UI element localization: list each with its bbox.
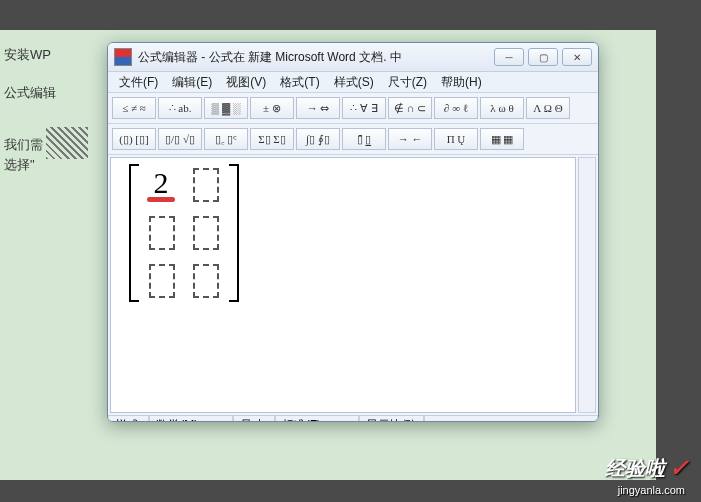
template-matrices[interactable]: ▦ ▦ xyxy=(480,128,524,150)
statusbar: 样式: 数学(M) 尺寸: 标准(F) 显示比例: 200% xyxy=(108,415,598,422)
template-bars[interactable]: ▯̄ ▯̲ xyxy=(342,128,386,150)
equation-canvas[interactable]: 2 xyxy=(110,157,576,413)
watermark-logo: 经验啦 ✓ xyxy=(605,454,689,482)
menu-size[interactable]: 尺寸(Z) xyxy=(381,72,434,93)
palette-logical[interactable]: ∴ ∀ ∃ xyxy=(342,97,386,119)
menu-edit[interactable]: 编辑(E) xyxy=(165,72,219,93)
right-bracket-icon xyxy=(227,164,239,302)
minimize-button[interactable]: ─ xyxy=(494,48,524,66)
status-style-value[interactable]: 数学(M) xyxy=(149,416,233,422)
palette-set[interactable]: ∉ ∩ ⊂ xyxy=(388,97,432,119)
equation-editor-window: 公式编辑器 - 公式在 新建 Microsoft Word 文档. 中 ─ ▢ … xyxy=(107,42,599,422)
menu-help[interactable]: 帮助(H) xyxy=(434,72,489,93)
symbol-toolbar: ≤ ≠ ≈ ∴ ab. ▒ ▓ ░ ± ⊗ → ⇔ ∴ ∀ ∃ ∉ ∩ ⊂ ∂ … xyxy=(108,93,598,124)
app-icon xyxy=(114,48,132,66)
status-size-value[interactable]: 标准(F) xyxy=(275,416,359,422)
matrix-cell-2-1[interactable] xyxy=(193,264,219,298)
template-fences[interactable]: (▯) [▯] xyxy=(112,128,156,150)
palette-greek-upper[interactable]: Λ Ω Θ xyxy=(526,97,570,119)
template-integrals[interactable]: ∫▯ ∮▯ xyxy=(296,128,340,150)
matrix-cell-0-0[interactable]: 2 xyxy=(149,168,173,200)
template-subsup[interactable]: ▯꜀ ▯ᶜ xyxy=(204,128,248,150)
template-sums[interactable]: Σ▯ Σ▯ xyxy=(250,128,294,150)
matrix-cell-0-1[interactable] xyxy=(193,168,219,202)
maximize-button[interactable]: ▢ xyxy=(528,48,558,66)
menu-file[interactable]: 文件(F) xyxy=(112,72,165,93)
template-toolbar: (▯) [▯] ▯/▯ √▯ ▯꜀ ▯ᶜ Σ▯ Σ▯ ∫▯ ∮▯ ▯̄ ▯̲ →… xyxy=(108,124,598,155)
status-zoom-label: 显示比例: xyxy=(359,416,424,422)
status-size-label: 尺寸: xyxy=(233,416,274,422)
window-title: 公式编辑器 - 公式在 新建 Microsoft Word 文档. 中 xyxy=(138,49,494,66)
palette-arrows[interactable]: → ⇔ xyxy=(296,97,340,119)
template-arrows[interactable]: → ← xyxy=(388,128,432,150)
vertical-scrollbar[interactable] xyxy=(578,157,596,413)
titlebar[interactable]: 公式编辑器 - 公式在 新建 Microsoft Word 文档. 中 ─ ▢ … xyxy=(108,43,598,72)
watermark-url: jingyanla.com xyxy=(618,484,685,496)
matrix-cell-2-0[interactable] xyxy=(149,264,175,298)
close-button[interactable]: ✕ xyxy=(562,48,592,66)
red-underline-icon xyxy=(147,197,175,202)
palette-misc[interactable]: ∂ ∞ ℓ xyxy=(434,97,478,119)
palette-embellish[interactable]: ▒ ▓ ░ xyxy=(204,97,248,119)
selection-hatch xyxy=(46,127,88,159)
matrix-cell-1-0[interactable] xyxy=(149,216,175,250)
palette-operators[interactable]: ± ⊗ xyxy=(250,97,294,119)
checkmark-icon: ✓ xyxy=(669,454,689,482)
template-products[interactable]: Π Ų xyxy=(434,128,478,150)
matrix-cell-1-1[interactable] xyxy=(193,216,219,250)
palette-relations[interactable]: ≤ ≠ ≈ xyxy=(112,97,156,119)
menu-style[interactable]: 样式(S) xyxy=(327,72,381,93)
bg-text-1: 安装WP xyxy=(4,40,51,70)
bg-text-2: 公式编辑 xyxy=(4,78,56,108)
left-bracket-icon xyxy=(129,164,141,302)
status-style-label: 样式: xyxy=(108,416,149,422)
matrix-bracket: 2 xyxy=(129,164,239,302)
menubar: 文件(F) 编辑(E) 视图(V) 格式(T) 样式(S) 尺寸(Z) 帮助(H… xyxy=(108,72,598,93)
template-fractions[interactable]: ▯/▯ √▯ xyxy=(158,128,202,150)
bg-text-4: 选择" xyxy=(4,150,35,180)
palette-spaces[interactable]: ∴ ab. xyxy=(158,97,202,119)
palette-greek-lower[interactable]: λ ω θ xyxy=(480,97,524,119)
status-zoom-value[interactable]: 200% xyxy=(424,416,598,422)
menu-format[interactable]: 格式(T) xyxy=(273,72,326,93)
menu-view[interactable]: 视图(V) xyxy=(219,72,273,93)
